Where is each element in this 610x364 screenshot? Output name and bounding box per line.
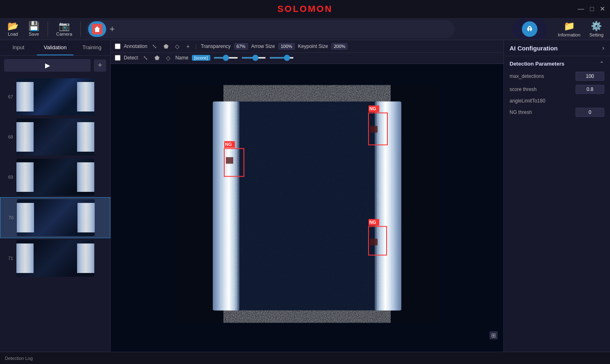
- tab-training[interactable]: Training: [73, 40, 110, 55]
- right-panel-title: AI Configuration: [510, 45, 558, 52]
- thumb-right-glow: [77, 122, 94, 152]
- close-button[interactable]: ✕: [600, 6, 605, 12]
- thumb-right-glow: [77, 243, 94, 273]
- thumb-left-glow: [17, 203, 34, 232]
- right-panel-expand-button[interactable]: ›: [602, 44, 604, 52]
- maximize-button[interactable]: □: [590, 6, 594, 12]
- svg-rect-19: [370, 239, 378, 245]
- load-icon: 📂: [7, 22, 18, 31]
- svg-rect-11: [226, 157, 233, 164]
- keypoint-size-label: Keypoint Size: [298, 43, 328, 49]
- add-tab-button[interactable]: +: [108, 24, 116, 34]
- transparency-value: 67%: [234, 43, 248, 50]
- minimize-button[interactable]: —: [578, 6, 584, 12]
- svg-marker-0: [94, 26, 100, 32]
- svg-rect-15: [370, 126, 378, 132]
- svg-text:NG: NG: [369, 220, 376, 225]
- tab-icon: [92, 24, 102, 34]
- score-thresh-input[interactable]: [576, 85, 604, 94]
- detect-checkbox[interactable]: [115, 55, 121, 61]
- ng-thresh-label: NG thresh: [510, 109, 572, 115]
- right-panel: AI Configuration › Detection Parameters …: [503, 40, 610, 364]
- launch-button[interactable]: [512, 19, 547, 39]
- toolbar-divider: [48, 22, 48, 36]
- tab-bar: +: [86, 20, 455, 38]
- save-icon: 💾: [28, 22, 39, 31]
- window-controls: — □ ✕: [578, 6, 605, 12]
- detect-polygon-btn[interactable]: ◇: [164, 54, 172, 62]
- tab-validation[interactable]: Validation: [37, 40, 74, 55]
- play-button[interactable]: ▶: [4, 59, 91, 72]
- image-list: 67 68 69: [0, 75, 110, 364]
- camera-icon: 📷: [59, 22, 70, 31]
- setting-button[interactable]: ⚙️ Setting: [587, 19, 606, 39]
- detect-slider-1[interactable]: [214, 57, 238, 59]
- detection-params-section: Detection Parameters ⌃ max_detections sc…: [504, 56, 610, 125]
- anno-transform-btn[interactable]: ⤡: [150, 42, 159, 50]
- list-item[interactable]: 67: [0, 77, 110, 117]
- anno-separator: |: [196, 43, 197, 49]
- param-row-max-detections: max_detections: [510, 72, 604, 81]
- tab-input[interactable]: Input: [0, 40, 37, 55]
- image-list-toolbar: ▶ +: [0, 56, 110, 75]
- thumb-left-glow: [16, 243, 34, 273]
- param-row-angle-limit: angleLimitTo180: [510, 98, 604, 104]
- section-title: Detection Parameters ⌃: [510, 60, 604, 67]
- anno-polygon-btn[interactable]: ◇: [173, 42, 181, 50]
- chip-visualization: NG NG NG: [176, 85, 438, 323]
- fullscreen-button[interactable]: ⊞: [489, 331, 498, 339]
- gear-icon: ⚙️: [591, 21, 602, 32]
- ng-thresh-input[interactable]: [576, 108, 604, 117]
- annotation-checkbox[interactable]: [115, 43, 121, 49]
- max-detections-input[interactable]: [576, 72, 604, 81]
- anno-shape-btn[interactable]: ⬟: [162, 42, 170, 50]
- score-thresh-label: score thresh: [510, 86, 572, 92]
- svg-rect-7: [375, 101, 401, 310]
- titlebar: SOLOMON — □ ✕: [0, 0, 610, 18]
- image-number: 69: [3, 175, 13, 180]
- detect-transform-btn[interactable]: ⤡: [141, 54, 150, 62]
- save-button[interactable]: 💾 Save: [25, 20, 43, 38]
- load-button[interactable]: 📂 Load: [4, 20, 22, 38]
- list-item[interactable]: 71: [0, 238, 110, 278]
- image-thumbnail: [16, 159, 94, 196]
- list-item[interactable]: 69: [0, 157, 110, 197]
- list-item[interactable]: 70: [0, 197, 110, 238]
- information-button[interactable]: 📁 Information: [555, 19, 583, 39]
- camera-button[interactable]: 📷 Camera: [53, 20, 75, 38]
- thumb-left-glow: [16, 162, 34, 192]
- right-panel-header: AI Configuration ›: [504, 40, 610, 56]
- launch-icon: [522, 21, 537, 37]
- information-icon: 📁: [564, 21, 575, 32]
- app-title: SOLOMON: [278, 4, 333, 14]
- image-number: 71: [3, 256, 13, 261]
- thumb-right-glow: [77, 162, 94, 192]
- house-icon: [93, 25, 101, 33]
- tab-item-main[interactable]: [88, 21, 106, 37]
- angle-limit-label: angleLimitTo180: [510, 98, 604, 104]
- left-panel: Input Validation Training ▶ + 67: [0, 40, 111, 364]
- save-label: Save: [29, 32, 39, 36]
- toolbar-divider-2: [80, 22, 81, 36]
- detect-slider-3[interactable]: [269, 57, 294, 59]
- thumb-right-glow: [77, 203, 95, 232]
- thumb-left-glow: [16, 82, 34, 111]
- thumb-right-glow: [77, 82, 94, 111]
- info-setting-area: 📁 Information ⚙️ Setting: [555, 19, 606, 39]
- svg-text:NG: NG: [225, 142, 232, 147]
- main-canvas: NG NG NG ⊞: [111, 64, 503, 353]
- transparency-label: Transparency: [201, 43, 231, 49]
- add-image-button[interactable]: +: [94, 59, 106, 72]
- list-item[interactable]: 68: [0, 117, 110, 157]
- canvas-area: Annotation ⤡ ⬟ ◇ + | Transparency 67% Ar…: [111, 40, 503, 364]
- detection-params-label: Detection Parameters: [510, 61, 564, 67]
- anno-add-btn[interactable]: +: [184, 42, 191, 50]
- detect-slider-2[interactable]: [241, 57, 266, 59]
- main-toolbar: 📂 Load 💾 Save 📷 Camera +: [0, 18, 610, 40]
- image-thumbnail: [16, 240, 94, 277]
- detect-shape-btn[interactable]: ⬟: [153, 54, 161, 62]
- main-layout: Input Validation Training ▶ + 67: [0, 40, 610, 364]
- collapse-section-button[interactable]: ⌃: [599, 60, 604, 67]
- view-tabs: Input Validation Training: [0, 40, 110, 56]
- detect-toolbar: Detect ⤡ ⬟ ◇ Name [score]: [111, 53, 503, 64]
